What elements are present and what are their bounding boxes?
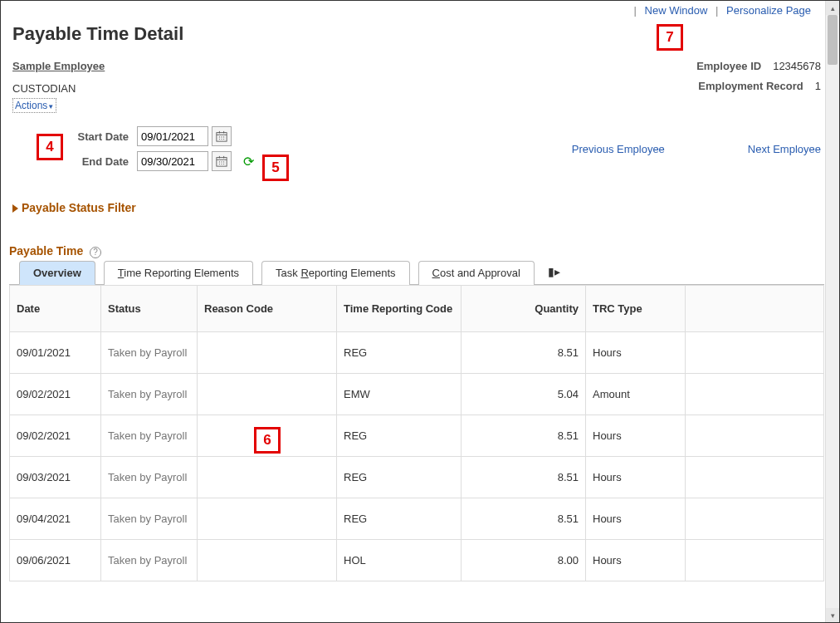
start-date-calendar-button[interactable] xyxy=(212,126,232,146)
scrollbar-up-icon[interactable]: ▴ xyxy=(826,1,839,15)
page-root: ▴ ▾ | New Window | Personalize Page Paya… xyxy=(0,0,840,623)
refresh-icon: ⟳ xyxy=(243,155,254,169)
cell-trc: REG xyxy=(337,415,462,456)
table-row: 09/06/2021Taken by PayrollHOL8.00Hours xyxy=(10,539,824,581)
refresh-button[interactable]: ⟳ xyxy=(243,154,254,169)
tab-time-reporting-elements[interactable]: Time Reporting Elements xyxy=(104,261,253,285)
col-status[interactable]: Status xyxy=(101,285,198,331)
scrollbar-down-icon[interactable]: ▾ xyxy=(826,608,839,622)
vertical-scrollbar[interactable]: ▴ ▾ xyxy=(825,1,839,622)
tab-cost-and-approval[interactable]: Cost and Approval xyxy=(418,261,535,285)
svg-point-8 xyxy=(221,139,222,140)
cell-quantity: 8.00 xyxy=(462,539,586,581)
payable-status-filter-label: Payable Status Filter xyxy=(22,201,136,214)
actions-dropdown[interactable]: Actions▼ xyxy=(12,98,56,113)
svg-point-19 xyxy=(223,164,224,164)
svg-point-5 xyxy=(221,136,222,137)
cell-reason xyxy=(198,539,337,581)
grid-title: Payable Time xyxy=(9,244,83,258)
table-row: 09/03/2021Taken by PayrollREG8.51Hours xyxy=(10,456,824,498)
expand-arrow-icon xyxy=(12,204,18,213)
cell-trc-type: Hours xyxy=(586,415,686,456)
end-date-input[interactable] xyxy=(137,151,208,171)
cell-trc-type: Hours xyxy=(586,498,686,539)
cell-status: Taken by Payroll xyxy=(101,415,198,456)
table-row: 09/02/2021Taken by PayrollREG8.51Hours xyxy=(10,415,824,456)
job-title: CUSTODIAN xyxy=(12,82,76,95)
tab-task-reporting-elements[interactable]: Task Reporting Elements xyxy=(261,261,410,285)
annotation-4: 4 xyxy=(37,134,63,160)
cell-reason xyxy=(198,331,337,373)
col-trc[interactable]: Time Reporting Code xyxy=(337,285,462,331)
cell-extra xyxy=(686,498,824,539)
cell-extra xyxy=(686,373,824,415)
cell-extra xyxy=(686,539,824,581)
next-employee-link[interactable]: Next Employee xyxy=(748,143,821,155)
cell-trc: REG xyxy=(337,331,462,373)
cell-quantity: 5.04 xyxy=(462,373,586,415)
cell-quantity: 8.51 xyxy=(462,456,586,498)
cell-status: Taken by Payroll xyxy=(101,456,198,498)
show-all-columns-button[interactable]: ▮▸ xyxy=(543,260,565,284)
calendar-icon xyxy=(216,130,227,142)
col-quantity[interactable]: Quantity xyxy=(462,285,586,331)
previous-employee-link[interactable]: Previous Employee xyxy=(572,143,665,155)
svg-point-4 xyxy=(219,136,220,137)
cell-quantity: 8.51 xyxy=(462,415,586,456)
end-date-calendar-button[interactable] xyxy=(212,151,232,171)
employee-id-value: 12345678 xyxy=(773,60,821,72)
annotation-5: 5 xyxy=(262,155,289,181)
cell-reason xyxy=(198,498,337,539)
col-reason-code[interactable]: Reason Code xyxy=(198,285,337,331)
svg-point-9 xyxy=(223,139,224,140)
svg-point-7 xyxy=(219,139,220,140)
personalize-page-link[interactable]: Personalize Page xyxy=(721,4,816,17)
table-row: 09/04/2021Taken by PayrollREG8.51Hours xyxy=(10,498,824,539)
help-icon[interactable]: ? xyxy=(90,247,101,258)
svg-point-16 xyxy=(223,161,224,162)
tab-overview[interactable]: Overview xyxy=(19,261,95,285)
start-date-label: Start Date xyxy=(12,130,137,143)
cell-date: 09/03/2021 xyxy=(10,456,101,498)
svg-point-6 xyxy=(223,136,224,137)
cell-trc-type: Hours xyxy=(586,456,686,498)
show-all-icon: ▮▸ xyxy=(548,265,560,278)
cell-status: Taken by Payroll xyxy=(101,498,198,539)
cell-date: 09/02/2021 xyxy=(10,415,101,456)
payable-status-filter-toggle[interactable]: Payable Status Filter xyxy=(12,201,824,214)
cell-trc: EMW xyxy=(337,373,462,415)
col-extra xyxy=(686,285,824,331)
employee-id-label: Employee ID xyxy=(696,60,761,72)
employee-name: Sample Employee xyxy=(12,60,105,72)
cell-quantity: 8.51 xyxy=(462,331,586,373)
col-date[interactable]: Date xyxy=(10,285,101,331)
calendar-icon xyxy=(216,155,227,167)
svg-point-17 xyxy=(219,164,220,164)
scrollbar-thumb[interactable] xyxy=(828,15,838,65)
employment-record-value: 1 xyxy=(815,80,821,92)
cell-extra xyxy=(686,456,824,498)
start-date-input[interactable] xyxy=(137,126,208,146)
page-title: Payable Time Detail xyxy=(12,23,824,45)
top-link-bar: | New Window | Personalize Page xyxy=(9,1,824,17)
cell-status: Taken by Payroll xyxy=(101,373,198,415)
end-date-label: End Date xyxy=(12,155,137,168)
cell-trc-type: Amount xyxy=(586,373,686,415)
cell-date: 09/04/2021 xyxy=(10,498,101,539)
cell-quantity: 8.51 xyxy=(462,498,586,539)
cell-trc-type: Hours xyxy=(586,539,686,581)
cell-status: Taken by Payroll xyxy=(101,331,198,373)
cell-trc: REG xyxy=(337,498,462,539)
svg-point-15 xyxy=(221,161,222,162)
cell-date: 09/01/2021 xyxy=(10,331,101,373)
annotation-7: 7 xyxy=(657,24,683,51)
actions-label: Actions xyxy=(15,100,47,111)
cell-extra xyxy=(686,415,824,456)
grid-tabs: Overview Time Reporting Elements Task Re… xyxy=(9,260,824,285)
cell-trc: REG xyxy=(337,456,462,498)
table-row: 09/02/2021Taken by PayrollEMW5.04Amount xyxy=(10,373,824,415)
employment-record-label: Employment Record xyxy=(698,80,803,92)
cell-date: 09/06/2021 xyxy=(10,539,101,581)
col-trc-type[interactable]: TRC Type xyxy=(586,285,686,331)
new-window-link[interactable]: New Window xyxy=(640,4,713,17)
